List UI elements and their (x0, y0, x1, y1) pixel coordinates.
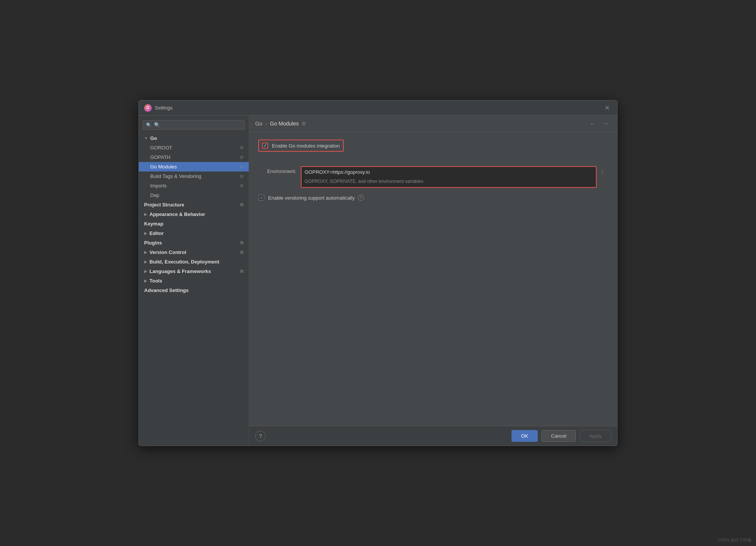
sidebar-label-build-tags: Build Tags & Vendoring (150, 173, 201, 179)
vendoring-help-icon[interactable]: ? (358, 195, 364, 201)
languages-icon: ⊞ (240, 269, 243, 274)
sidebar-item-tools[interactable]: ▶ Tools (139, 276, 249, 286)
sidebar-label-go: Go (150, 135, 157, 141)
watermark: CSDN @在下柠檬 (718, 537, 751, 543)
search-box[interactable]: 🔍 (143, 120, 245, 130)
expand-icon-appearance: ▶ (144, 212, 147, 216)
sidebar-label-version-control: Version Control (149, 249, 186, 255)
vendoring-label: Enable vendoring support automatically (268, 195, 355, 201)
vendoring-row: Enable vendoring support automatically ? (258, 195, 608, 201)
sidebar-label-build-execution: Build, Execution, Deployment (149, 259, 219, 265)
environment-row: Environment: GOPROXY, GOPRIVATE, and oth… (258, 166, 608, 188)
expand-icon-go: ▼ (144, 136, 148, 140)
env-input-wrapper (302, 167, 596, 177)
sidebar-label-project-structure: Project Structure (144, 202, 184, 208)
sidebar-label-tools: Tools (149, 278, 162, 284)
dialog-body: 🔍 ▼ Go GOROOT ⊞ GOPATH ⊞ Go Module (139, 116, 617, 446)
sidebar-item-dep[interactable]: Dep (139, 190, 249, 200)
sidebar-item-editor[interactable]: ▶ Editor (139, 229, 249, 238)
environment-expand-button[interactable]: ⋮ (597, 166, 608, 177)
search-input[interactable] (154, 122, 241, 128)
help-button[interactable]: ? (255, 431, 266, 441)
breadcrumb-bar: Go › Go Modules ⊞ ← → (249, 116, 617, 132)
build-tags-icon: ⊞ (240, 174, 243, 179)
sidebar-item-go[interactable]: ▼ Go (139, 133, 249, 143)
breadcrumb-separator: › (265, 121, 267, 127)
sidebar-item-keymap[interactable]: Keymap (139, 219, 249, 229)
project-structure-icon: ⊞ (240, 202, 243, 207)
sidebar-item-advanced[interactable]: Advanced Settings (139, 286, 249, 295)
forward-button[interactable]: → (600, 119, 611, 128)
app-icon: G (144, 104, 152, 112)
main-content: Go › Go Modules ⊞ ← → Enable Go modules … (249, 116, 617, 446)
imports-icon: ⊞ (240, 183, 243, 188)
close-button[interactable]: ✕ (602, 103, 612, 112)
sidebar-item-languages[interactable]: ▶ Languages & Frameworks ⊞ (139, 267, 249, 276)
goroot-icon: ⊞ (240, 145, 243, 150)
sidebar: 🔍 ▼ Go GOROOT ⊞ GOPATH ⊞ Go Module (139, 116, 249, 446)
ok-button[interactable]: OK (511, 430, 538, 442)
sidebar-label-languages: Languages & Frameworks (149, 268, 211, 274)
breadcrumb-current: Go Modules (270, 121, 299, 127)
enable-modules-row: Enable Go modules integration (258, 140, 344, 152)
bottom-bar: ? OK Cancel Apply (249, 426, 617, 446)
apply-button[interactable]: Apply (580, 430, 611, 442)
sidebar-item-appearance[interactable]: ▶ Appearance & Behavior (139, 210, 249, 219)
environment-hint: GOPROXY, GOPRIVATE, and other environmen… (302, 177, 596, 187)
expand-icon-vc: ▶ (144, 250, 147, 254)
sidebar-label-goroot: GOROOT (150, 145, 172, 151)
settings-dialog: G Settings ✕ 🔍 ▼ Go GOROOT ⊞ (138, 100, 618, 446)
environment-label: Environment: (258, 166, 296, 174)
breadcrumb-nav: ← → (588, 119, 611, 128)
sidebar-label-appearance: Appearance & Behavior (149, 211, 205, 217)
go-modules-icon: ⊞ (240, 164, 243, 169)
sidebar-label-gopath: GOPATH (150, 154, 170, 160)
sidebar-item-build-tags[interactable]: Build Tags & Vendoring ⊞ (139, 171, 249, 181)
sidebar-item-build-execution[interactable]: ▶ Build, Execution, Deployment (139, 257, 249, 267)
sidebar-label-editor: Editor (149, 230, 164, 236)
dialog-title: Settings (155, 105, 602, 111)
cancel-button[interactable]: Cancel (542, 430, 576, 442)
sidebar-label-plugins: Plugins (144, 240, 162, 246)
settings-area: Enable Go modules integration Environmen… (249, 132, 617, 426)
search-icon: 🔍 (146, 122, 152, 128)
environment-input-container: GOPROXY, GOPRIVATE, and other environmen… (301, 166, 597, 188)
enable-modules-checkbox[interactable] (262, 143, 268, 149)
gopath-icon: ⊞ (240, 155, 243, 160)
sidebar-item-go-modules[interactable]: Go Modules ⊞ (139, 162, 249, 171)
expand-icon-lang: ▶ (144, 269, 147, 273)
sidebar-label-keymap: Keymap (144, 221, 164, 227)
sidebar-items: ▼ Go GOROOT ⊞ GOPATH ⊞ Go Modules ⊞ Buil… (139, 133, 249, 443)
breadcrumb-icon: ⊞ (302, 121, 306, 126)
expand-icon-editor: ▶ (144, 231, 147, 235)
sidebar-item-project-structure[interactable]: Project Structure ⊞ (139, 200, 249, 210)
sidebar-label-imports: Imports (150, 183, 167, 189)
enable-modules-section: Enable Go modules integration (258, 140, 608, 159)
bottom-actions: OK Cancel Apply (511, 430, 611, 442)
sidebar-item-goroot[interactable]: GOROOT ⊞ (139, 143, 249, 152)
back-button[interactable]: ← (588, 119, 598, 128)
vc-icon: ⊞ (240, 250, 243, 255)
vendoring-checkbox[interactable] (258, 195, 264, 201)
enable-modules-label: Enable Go modules integration (272, 143, 340, 149)
expand-icon-bed: ▶ (144, 260, 147, 264)
sidebar-label-go-modules: Go Modules (150, 164, 177, 170)
title-bar: G Settings ✕ (139, 100, 617, 116)
expand-icon-tools: ▶ (144, 279, 147, 283)
sidebar-item-plugins[interactable]: Plugins ⊞ (139, 238, 249, 248)
sidebar-label-advanced: Advanced Settings (144, 287, 189, 293)
sidebar-label-dep: Dep (150, 192, 159, 198)
sidebar-item-version-control[interactable]: ▶ Version Control ⊞ (139, 248, 249, 257)
sidebar-item-imports[interactable]: Imports ⊞ (139, 181, 249, 190)
breadcrumb-parent: Go (255, 121, 262, 127)
environment-input[interactable] (302, 167, 596, 177)
plugins-icon: ⊞ (240, 240, 243, 245)
sidebar-item-gopath[interactable]: GOPATH ⊞ (139, 152, 249, 162)
